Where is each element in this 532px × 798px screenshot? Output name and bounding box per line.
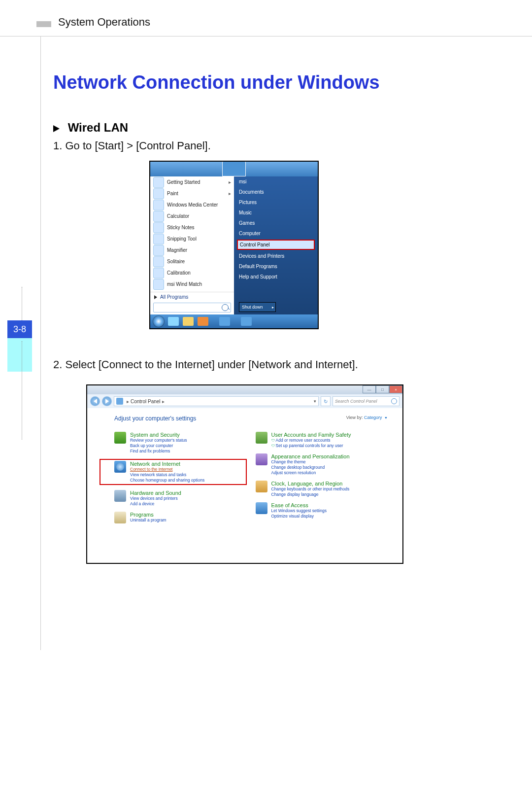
start-menu-right-item[interactable]: Music: [234, 208, 318, 218]
back-button[interactable]: [90, 396, 100, 406]
cp-link[interactable]: View network status and tasks: [130, 472, 204, 478]
start-menu-item-label: Sticky Notes: [167, 225, 195, 230]
start-menu-item-label: Getting Started: [167, 179, 200, 185]
start-menu-item-label: Magnifier: [167, 247, 187, 253]
start-menu-item[interactable]: Magnifier: [150, 244, 234, 256]
category-icon: [256, 453, 267, 465]
minimize-button[interactable]: —: [363, 385, 376, 393]
start-menu-item[interactable]: Sticky Notes: [150, 222, 234, 233]
chevron-right-icon: ▸: [162, 399, 165, 404]
tray-icon[interactable]: [241, 317, 252, 326]
category-icon: [114, 461, 126, 473]
cp-link[interactable]: Change the theme: [271, 459, 350, 465]
cp-link[interactable]: View devices and printers: [130, 496, 181, 501]
start-menu-item-label: Snipping Tool: [167, 236, 197, 242]
cp-link[interactable]: Change display language: [271, 492, 350, 497]
control-panel-body: Adjust your computer's settings System a…: [87, 408, 402, 563]
start-menu-right-item[interactable]: msi: [234, 176, 318, 187]
wmp-taskbar-icon[interactable]: [198, 317, 208, 326]
cp-link[interactable]: Change keyboards or other input methods: [271, 486, 350, 492]
cp-link[interactable]: Back up your computer: [130, 443, 187, 449]
cp-link[interactable]: Find and fix problems: [130, 449, 187, 454]
category-icon: [256, 481, 267, 492]
app-icon: [153, 256, 164, 267]
start-menu-right-item[interactable]: Documents: [234, 187, 318, 197]
viewby-control[interactable]: View by: Category ▼: [346, 415, 388, 420]
cp-link[interactable]: Add a device: [130, 501, 181, 507]
category-icon: [114, 512, 126, 523]
start-menu-item[interactable]: Windows Media Center: [150, 199, 234, 210]
cp-category-title[interactable]: User Accounts and Family Safety: [271, 432, 351, 438]
page-title: Network Connection under Windows: [53, 72, 380, 94]
cp-link[interactable]: Change desktop background: [271, 465, 350, 470]
start-menu-right-item[interactable]: Computer: [234, 228, 318, 239]
step-2-text: 2. Select [Connect to the Internet] unde…: [53, 358, 358, 371]
start-menu-right-item[interactable]: Pictures: [234, 197, 318, 208]
start-menu-right-item[interactable]: Devices and Printers: [234, 251, 318, 261]
shutdown-button[interactable]: Shut down ▸: [239, 302, 276, 312]
refresh-button[interactable]: ↻: [321, 396, 331, 406]
titlebar: [87, 385, 402, 394]
cp-link[interactable]: Uninstall a program: [130, 518, 166, 523]
search-input[interactable]: Search Control Panel: [332, 396, 399, 406]
ie-taskbar-icon[interactable]: [168, 317, 179, 326]
start-search-input[interactable]: [153, 303, 231, 312]
all-programs-item[interactable]: All Programs: [150, 292, 234, 300]
start-menu-right-item[interactable]: Default Programs: [234, 261, 318, 272]
step-1-text: 1. Go to [Start] > [Control Panel].: [53, 139, 211, 152]
all-programs-label: All Programs: [160, 294, 188, 300]
start-menu-item-label: Solitaire: [167, 259, 185, 264]
document-page: System Operations Network Connection und…: [0, 0, 532, 798]
divider-vertical: [40, 36, 41, 650]
cp-link[interactable]: Add or remove user accounts: [271, 438, 351, 443]
start-menu-item[interactable]: Snipping Tool: [150, 233, 234, 244]
cp-link[interactable]: Review your computer's status: [130, 438, 187, 443]
start-menu-right-item[interactable]: Help and Support: [234, 272, 318, 282]
maximize-button[interactable]: □: [376, 385, 389, 393]
screenshot-start-menu: Getting Started▸Paint▸Windows Media Cent…: [149, 161, 319, 329]
start-menu-item[interactable]: Calculator: [150, 210, 234, 222]
taskbar: [150, 314, 319, 328]
app-icon: [153, 177, 164, 188]
control-panel-item-highlighted[interactable]: Control Panel: [237, 240, 315, 250]
cp-category: Hardware and SoundView devices and print…: [114, 490, 247, 507]
section-header: System Operations: [58, 16, 150, 29]
start-menu-right-item[interactable]: Games: [234, 218, 318, 228]
app-icon: [153, 234, 164, 244]
cp-category-title[interactable]: Hardware and Sound: [130, 490, 181, 496]
cp-category-title[interactable]: Network and Internet: [130, 461, 204, 467]
start-menu-item[interactable]: msi Wind Match: [150, 278, 234, 290]
start-menu-item[interactable]: Paint▸: [150, 188, 234, 199]
start-menu-item[interactable]: Calibration: [150, 267, 234, 278]
cp-category-title[interactable]: Clock, Language, and Region: [271, 481, 350, 486]
start-menu-item-label: Calculator: [167, 213, 189, 219]
header-bar-icon: [36, 21, 51, 27]
app-icon: [153, 245, 164, 256]
shutdown-label: Shut down: [242, 305, 263, 310]
cp-link[interactable]: Connect to the Internet: [130, 467, 204, 472]
chevron-right-icon: [154, 295, 157, 299]
explorer-taskbar-icon[interactable]: [183, 317, 194, 326]
search-placeholder: Search Control Panel: [335, 399, 377, 404]
cp-category-title[interactable]: Programs: [130, 512, 166, 518]
cp-link[interactable]: Adjust screen resolution: [271, 470, 350, 476]
tray-icon[interactable]: [219, 317, 230, 326]
cp-category: Ease of AccessLet Windows suggest settin…: [256, 502, 388, 519]
dropdown-icon[interactable]: ▾: [314, 399, 316, 404]
page-number-tab: 3-8: [7, 320, 32, 338]
start-menu-item[interactable]: Getting Started▸: [150, 176, 234, 188]
cp-link[interactable]: Let Windows suggest settings: [271, 508, 327, 514]
address-bar: ▸ Control Panel ▸ ▾ ↻ Search Control Pan…: [87, 394, 402, 409]
forward-button[interactable]: [102, 396, 112, 406]
cp-link[interactable]: Optimize visual display: [271, 514, 327, 519]
breadcrumb-location[interactable]: ▸ Control Panel ▸ ▾: [114, 396, 319, 406]
cp-category-title[interactable]: System and Security: [130, 432, 187, 438]
start-orb-icon[interactable]: [153, 316, 164, 327]
app-icon: [153, 200, 164, 210]
cp-category-title[interactable]: Appearance and Personalization: [271, 453, 350, 459]
cp-link[interactable]: Choose homegroup and sharing options: [130, 478, 204, 483]
close-button[interactable]: ×: [389, 385, 402, 393]
start-menu-item[interactable]: Solitaire: [150, 256, 234, 267]
cp-link[interactable]: Set up parental controls for any user: [271, 443, 351, 449]
cp-category-title[interactable]: Ease of Access: [271, 502, 327, 508]
